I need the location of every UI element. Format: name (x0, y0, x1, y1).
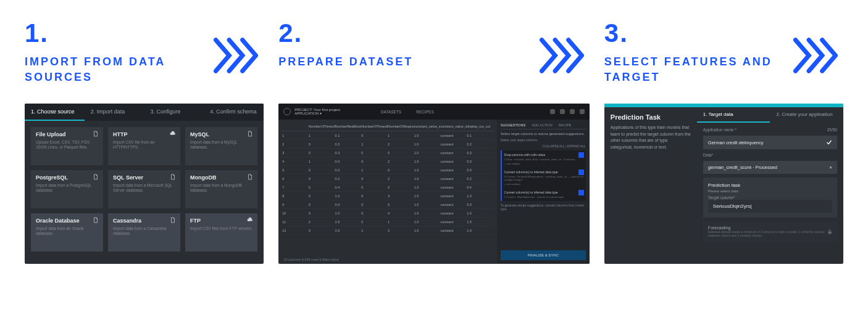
side-tab-recipe[interactable]: RECIPE (559, 123, 571, 127)
screenshot-step-2: PROJECT: Your first project APPLICATION … (278, 104, 590, 264)
column-header[interactable]: NumberOfTimes30… (309, 125, 335, 128)
tab-configure[interactable]: 3. Configure (144, 104, 204, 121)
screenshot-step-1: 1. Choose source 2. Import data 3. Confi… (25, 104, 264, 264)
tab-choose-source[interactable]: 1. Choose source (25, 104, 85, 121)
column-header[interactable]: constant_value_int (440, 125, 467, 128)
check-icon (826, 139, 832, 145)
prediction-task-title: Prediction Task (611, 113, 691, 121)
card-subtitle: Import CSV file from an HTTP/HTTPS. (113, 140, 175, 150)
target-column-input[interactable]: SeriousDlqin2yrs (708, 200, 832, 213)
prediction-task-subtitle: Prediction task (708, 182, 832, 188)
table-row[interactable]: 1201.0121.0constant1.0 (281, 226, 495, 235)
lock-icon (827, 228, 832, 235)
screenshot-step-3: Prediction Task Applications of this typ… (604, 104, 843, 264)
recipe-suggestion[interactable]: Drop columns with nulls ratios1 Drop · c… (501, 150, 586, 168)
forecasting-title: Forecasting (708, 226, 827, 230)
column-header[interactable]: display_cur_col (467, 125, 493, 128)
data-select[interactable]: german_credit_score · Processed × (703, 161, 837, 174)
chevron-right-icon (208, 18, 264, 74)
table-row[interactable]: 410.0021.0constant0.0 (281, 157, 495, 166)
nav-datasets[interactable]: DATASETS (381, 110, 401, 114)
add-recipe-button[interactable] (578, 170, 584, 175)
card-title: Oracle Database (36, 218, 98, 224)
card-subtitle: Import CSV files from FTP servers. (190, 226, 252, 231)
column-header[interactable]: NumberOfDepend… (388, 125, 414, 128)
side-prompt: Select your target columns. (501, 138, 586, 142)
source-card-cassandra[interactable]: CassandraImport data from a Cassandra da… (108, 213, 180, 252)
finalize-sync-button[interactable]: FINALIZE & SYNC (501, 250, 586, 260)
source-card-ftp[interactable]: FTPImport CSV files from FTP servers. (185, 213, 257, 252)
card-subtitle: Import data from a MySQL database. (190, 140, 252, 150)
chevron-right-icon (788, 18, 843, 74)
source-card-mongodb[interactable]: MongoDBImport data from a MongoDB databa… (185, 170, 257, 208)
tab-import-data[interactable]: 2. Import data (85, 104, 144, 121)
column-header[interactable] (282, 125, 309, 128)
card-title: MongoDB (190, 174, 252, 181)
source-card-oracle-database[interactable]: Oracle DatabaseImport data from an Oracl… (31, 213, 103, 252)
step-2-title: PREPARE DATASET (278, 54, 534, 70)
column-header[interactable]: NumberRealEstate… (335, 125, 362, 128)
tab-create-application[interactable]: 2. Create your application (770, 107, 843, 123)
topbar-icon[interactable] (570, 109, 575, 114)
target-column-label: Target column* (708, 195, 832, 200)
table-row[interactable]: 110.1011.0constant0.1 (281, 131, 495, 140)
tab-target-data[interactable]: 1. Target data (697, 107, 770, 123)
app-logo-icon (283, 108, 291, 115)
table-row[interactable]: 300.3001.0constant0.3 (281, 149, 495, 157)
svg-rect-0 (828, 231, 831, 234)
source-card-sql-server[interactable]: SQL ServerImport data from a Microsoft S… (108, 170, 180, 208)
table-row[interactable]: 801.0031.0constant1.0 (281, 192, 495, 200)
side-tab-suggestions[interactable]: SUGGESTIONS (501, 123, 525, 127)
add-recipe-button[interactable] (578, 152, 584, 158)
step-3-number: 3. (604, 18, 788, 48)
step-3-title: SELECT FEATURES AND TARGET (604, 54, 788, 85)
topbar-icon[interactable] (550, 109, 555, 114)
source-card-mysql[interactable]: MySQLImport data from a MySQL database. (185, 127, 257, 165)
card-title: PostgreSQL (36, 174, 98, 181)
topbar-icon[interactable] (560, 109, 565, 114)
table-row[interactable]: 1121.5011.0constant1.5 (281, 218, 495, 226)
close-icon[interactable]: × (830, 165, 832, 170)
column-header[interactable]: constant_value_str (414, 125, 441, 128)
card-subtitle: Import data from an Oracle database. (36, 226, 98, 237)
chevron-right-icon (534, 18, 590, 74)
tab-confirm-schema[interactable]: 4. Confirm schema (204, 104, 264, 121)
table-row[interactable]: 200.2121.0constant0.2 (281, 140, 495, 149)
source-card-postgresql[interactable]: PostgreSQLImport data from a PostgreSQL … (31, 170, 103, 208)
add-recipe-button[interactable] (578, 190, 584, 195)
forecasting-hint: Selected dataset needs a minimum of 3 co… (708, 230, 827, 237)
table-row[interactable]: 1001.0041.0constant1.0 (281, 209, 495, 218)
side-header-text: Select target columns to reduce generate… (501, 132, 586, 136)
table-footer: 15 columns 6,943 rows 6 filters done (281, 255, 495, 264)
side-tab-add-action[interactable]: ADD ACTION (532, 123, 553, 127)
table-row[interactable]: 600.2021.0constant0.2 (281, 174, 495, 183)
recipe-suggestion[interactable]: Convert column(s) to inferred data type3… (501, 168, 586, 188)
app-name-label: Application name * (703, 128, 737, 132)
card-subtitle: Import data from a Microsoft SQL Server … (113, 183, 175, 194)
table-row[interactable]: 900.0001.0constant0.0 (281, 200, 495, 209)
side-note: To generate recipe suggestions, convert … (501, 203, 586, 211)
card-title: HTTP (113, 131, 175, 137)
column-header[interactable]: NumberOfTimes60_8… (361, 125, 388, 128)
nav-recipes[interactable]: RECIPES (416, 110, 434, 114)
card-subtitle: Import data from a PostgreSQL database. (36, 183, 98, 194)
source-card-http[interactable]: HTTPImport CSV file from an HTTP/HTTPS. (108, 127, 180, 165)
prediction-task-desc: Applications of this type train models t… (611, 125, 691, 150)
source-card-file-upload[interactable]: File UploadUpload Excel, CSV, TSV, PSV, … (31, 127, 103, 165)
prediction-task-hint: Please select data (708, 189, 832, 193)
collapse-expand-toggle[interactable]: COLLAPSE ALL | EXPAND ALL (501, 144, 586, 148)
app-name-counter: 25/50 (827, 128, 837, 132)
application-dropdown[interactable]: APPLICATION ▾ (294, 112, 340, 115)
card-subtitle: Import data from a MongoDB database. (190, 183, 252, 194)
table-row[interactable]: 700.4001.0constant0.4 (281, 183, 495, 192)
step-1-number: 1. (25, 18, 208, 48)
topbar-icon[interactable] (580, 109, 585, 114)
data-label: Data* (703, 153, 837, 157)
recipe-suggestion[interactable]: Convert column(s) to inferred data type1… (501, 188, 586, 201)
card-subtitle: Import data from a Cassandra database. (113, 226, 175, 237)
app-name-input[interactable]: German credit delinquency (703, 136, 837, 149)
table-row[interactable]: 500.0101.0constant0.0 (281, 166, 495, 174)
card-subtitle: Upload Excel, CSV, TSV, PSV, JSON Lines,… (36, 140, 98, 150)
step-1-title: IMPORT FROM DATA SOURCES (25, 54, 208, 85)
card-title: Cassandra (113, 218, 175, 224)
